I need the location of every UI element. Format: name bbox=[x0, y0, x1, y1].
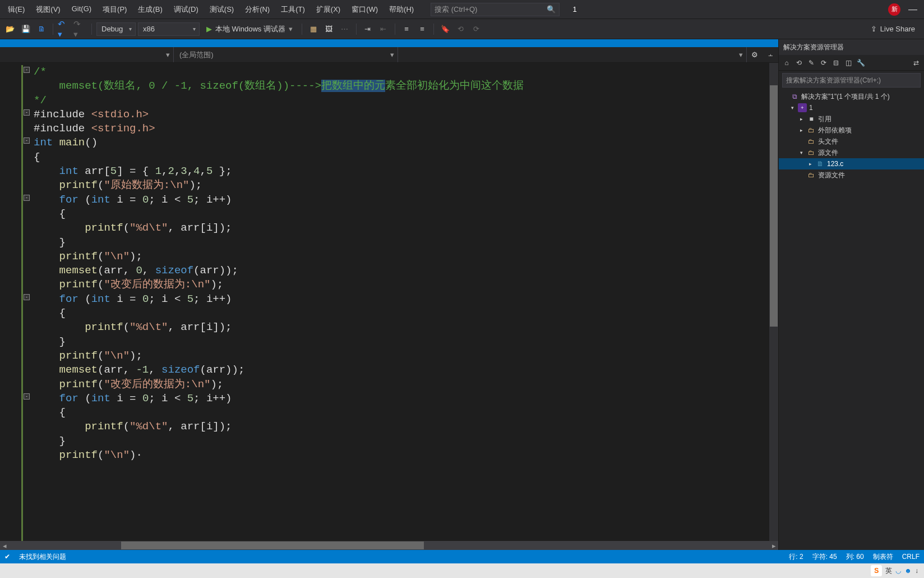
forward-icon[interactable]: ✎ bbox=[806, 57, 817, 68]
status-char[interactable]: 字符: 45 bbox=[812, 552, 837, 562]
proj-icon: + bbox=[798, 103, 807, 112]
fold-toggle[interactable]: - bbox=[24, 109, 30, 116]
ime-indicator[interactable]: S 英 ◡ ☻ ↓ bbox=[867, 565, 922, 576]
fold-toggle[interactable]: - bbox=[24, 294, 30, 300]
menu-item[interactable]: 分析(N) bbox=[239, 1, 275, 18]
tb-icon-7[interactable]: ⟳ bbox=[470, 22, 483, 36]
vertical-scrollbar[interactable] bbox=[769, 63, 778, 541]
bookmark-icon[interactable]: 🔖 bbox=[438, 22, 452, 36]
menu-item[interactable]: 辑(E) bbox=[2, 1, 30, 18]
open-icon[interactable]: 📂 bbox=[3, 22, 17, 36]
tb-icon-6[interactable]: ⟲ bbox=[454, 22, 468, 36]
tree-item[interactable]: 🗀头文件 bbox=[779, 136, 924, 147]
tree-item[interactable]: ▾🗀源文件 bbox=[779, 147, 924, 158]
fold-toggle[interactable]: - bbox=[24, 137, 30, 144]
sync-icon[interactable]: ⟳ bbox=[818, 57, 829, 68]
tree-item-label: 引用 bbox=[818, 114, 831, 124]
menu-item[interactable]: 调试(D) bbox=[168, 1, 204, 18]
menu-item[interactable]: 视图(V) bbox=[30, 1, 66, 18]
sln-icon: ⧉ bbox=[790, 92, 799, 101]
menu-item[interactable]: 帮助(H) bbox=[384, 1, 419, 18]
tb-icon-5[interactable]: ⇤ bbox=[377, 22, 390, 36]
notification-badge[interactable]: 新 bbox=[888, 3, 900, 16]
view-icon[interactable]: ⇄ bbox=[911, 57, 922, 68]
code-editor[interactable]: ------ /* memset(数组名, 0 / -1, sizeof(数组名… bbox=[0, 63, 778, 541]
show-all-icon[interactable]: ◫ bbox=[843, 57, 854, 68]
indent-icon[interactable]: ≡ bbox=[415, 22, 429, 36]
menu-item[interactable]: 测试(S) bbox=[204, 1, 239, 18]
menu-item[interactable]: 扩展(X) bbox=[311, 1, 346, 18]
nav-combo-member[interactable] bbox=[398, 47, 747, 62]
status-tabs[interactable]: 制表符 bbox=[873, 552, 893, 562]
menu-item[interactable]: Git(G) bbox=[66, 1, 97, 18]
properties-icon[interactable]: 🔧 bbox=[855, 57, 866, 68]
expand-icon[interactable]: ▾ bbox=[798, 150, 805, 155]
menu-item[interactable]: 项目(P) bbox=[97, 1, 132, 18]
expand-icon[interactable]: ▸ bbox=[798, 127, 805, 133]
solution-search[interactable]: 搜索解决方案资源管理器(Ctrl+;) bbox=[782, 73, 921, 88]
tree-item[interactable]: ▸🗎123.c bbox=[779, 158, 924, 169]
share-icon: ⇪ bbox=[871, 25, 877, 33]
live-share-button[interactable]: ⇪ Live Share bbox=[865, 25, 921, 33]
back-icon[interactable]: ⟲ bbox=[793, 57, 805, 68]
menu-item[interactable]: 工具(T) bbox=[275, 1, 311, 18]
search-placeholder: 搜索 (Ctrl+Q) bbox=[435, 4, 477, 15]
expand-icon[interactable]: ▸ bbox=[807, 161, 814, 167]
fold-toggle[interactable]: - bbox=[24, 195, 30, 201]
editor-tabstrip bbox=[0, 39, 778, 47]
status-ok-icon: ✔ bbox=[4, 553, 10, 561]
menu-item[interactable]: 生成(B) bbox=[132, 1, 168, 18]
nav-settings-icon[interactable]: ⚙ bbox=[747, 51, 763, 59]
run-button[interactable]: ▶ 本地 Windows 调试器 ▾ bbox=[202, 22, 297, 36]
expand-icon[interactable]: ▾ bbox=[789, 105, 796, 111]
solution-tree[interactable]: ⧉解决方案"1"(1 个项目/共 1 个)▾+1▸■引用▸🗀外部依赖项🗀头文件▾… bbox=[779, 90, 924, 550]
solution-name-badge: 1 bbox=[569, 3, 581, 16]
nav-combo-scope[interactable]: (全局范围) bbox=[174, 47, 398, 62]
status-line[interactable]: 行: 2 bbox=[789, 552, 803, 562]
fold-toggle[interactable]: - bbox=[24, 393, 30, 400]
panel-title: 解决方案资源管理器 bbox=[779, 39, 924, 55]
horizontal-scrollbar[interactable]: ◂ ▸ bbox=[0, 541, 778, 550]
tb-icon-1[interactable]: ▦ bbox=[307, 22, 320, 36]
collapse-icon[interactable]: ⊟ bbox=[830, 57, 842, 68]
status-eol[interactable]: CRLF bbox=[902, 553, 920, 561]
editor-pane: (全局范围) ⚙ ⫠ ------ /* memset(数组名, 0 / -1,… bbox=[0, 39, 778, 550]
folder-icon: 🗀 bbox=[807, 137, 816, 146]
tree-item[interactable]: ▸🗀外部依赖项 bbox=[779, 125, 924, 136]
folder-icon: 🗀 bbox=[807, 126, 816, 135]
menu-item[interactable]: 窗口(W) bbox=[346, 1, 384, 18]
tree-item-label: 1 bbox=[809, 104, 813, 112]
nav-combo-class[interactable] bbox=[0, 47, 174, 62]
redo-icon[interactable]: ↷ ▾ bbox=[73, 22, 87, 36]
search-icon: 🔍 bbox=[547, 5, 556, 13]
menubar-search[interactable]: 搜索 (Ctrl+Q) 🔍 bbox=[431, 3, 560, 16]
tree-item[interactable]: 🗀资源文件 bbox=[779, 169, 924, 181]
folder-icon: 🗀 bbox=[807, 148, 816, 157]
tree-item[interactable]: ▾+1 bbox=[779, 102, 924, 113]
tb-icon-3[interactable]: ⋯ bbox=[338, 22, 352, 36]
fold-toggle[interactable]: - bbox=[24, 67, 30, 73]
status-col[interactable]: 列: 60 bbox=[846, 552, 864, 562]
undo-icon[interactable]: ↶ ▾ bbox=[58, 22, 71, 36]
config-dropdown[interactable]: Debug bbox=[96, 22, 136, 36]
outdent-icon[interactable]: ≡ bbox=[400, 22, 413, 36]
nav-split-icon[interactable]: ⫠ bbox=[763, 51, 778, 59]
expand-icon[interactable]: ▸ bbox=[798, 116, 805, 122]
save-all-icon[interactable]: 🗎 bbox=[35, 22, 48, 36]
editor-nav-bar: (全局范围) ⚙ ⫠ bbox=[0, 47, 778, 63]
statusbar: ✔ 未找到相关问题 行: 2 字符: 45 列: 60 制表符 CRLF bbox=[0, 550, 924, 563]
tree-item-label: 源文件 bbox=[818, 148, 838, 158]
scrollbar-thumb[interactable] bbox=[770, 85, 778, 327]
tb-icon-4[interactable]: ⇥ bbox=[361, 22, 375, 36]
tree-item[interactable]: ▸■引用 bbox=[779, 113, 924, 125]
save-icon[interactable]: 💾 bbox=[19, 22, 33, 36]
scrollbar-h-thumb[interactable] bbox=[121, 542, 424, 549]
ref-icon: ■ bbox=[807, 114, 816, 123]
tree-item[interactable]: ⧉解决方案"1"(1 个项目/共 1 个) bbox=[779, 91, 924, 102]
status-issues[interactable]: 未找到相关问题 bbox=[19, 552, 66, 562]
home-icon[interactable]: ⌂ bbox=[781, 57, 792, 68]
minimize-icon[interactable]: — bbox=[908, 4, 917, 15]
platform-dropdown[interactable]: x86 bbox=[138, 22, 200, 36]
cfile-icon: 🗎 bbox=[816, 159, 825, 168]
tb-icon-2[interactable]: 🖼 bbox=[322, 22, 336, 36]
